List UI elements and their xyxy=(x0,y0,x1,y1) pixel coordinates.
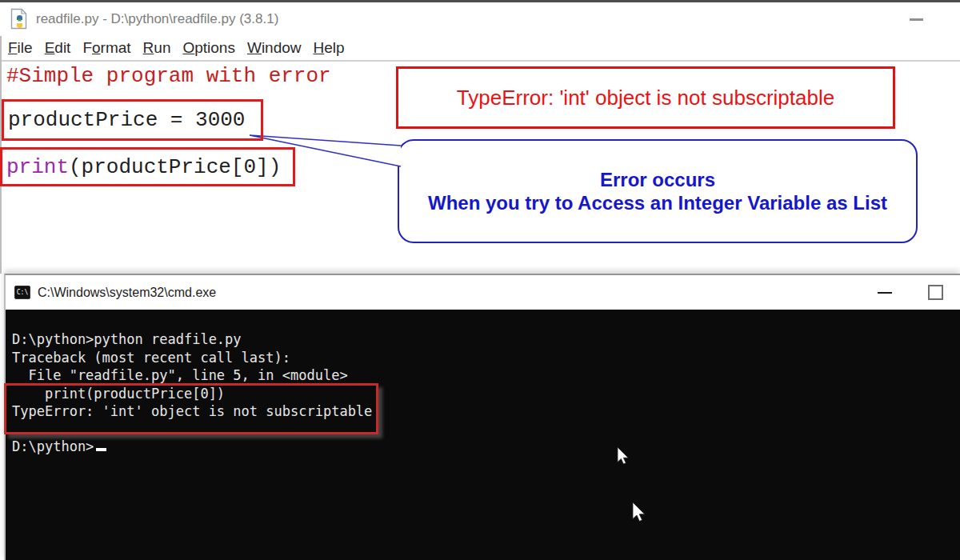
code-highlight-box-assignment: productPrice = 3000 xyxy=(2,99,263,141)
menu-file[interactable]: File xyxy=(8,39,33,57)
terminal-line: Traceback (most recent call last): xyxy=(12,349,372,367)
menu-run[interactable]: Run xyxy=(143,39,171,57)
code-comment-line[interactable]: #Simple program with error xyxy=(6,64,331,88)
code-assignment-line[interactable]: productPrice = 3000 xyxy=(8,108,245,132)
error-annotation-box: TypeError: 'int' object is not subscript… xyxy=(396,66,895,129)
menu-format[interactable]: Format xyxy=(82,39,130,57)
menu-edit[interactable]: Edit xyxy=(45,39,71,57)
terminal-cursor xyxy=(96,448,106,451)
menu-options[interactable]: Options xyxy=(182,39,234,57)
terminal-output-area[interactable]: D:\python>python readfile.py Traceback (… xyxy=(6,310,960,560)
cmd-icon: C:\ xyxy=(14,286,30,299)
code-print-line[interactable]: print(productPrice[0]) xyxy=(6,155,281,179)
idle-titlebar[interactable]: readfile.py - D:\python\readfile.py (3.8… xyxy=(0,2,960,36)
terminal-line: File "readfile.py", line 5, in <module> xyxy=(12,366,372,385)
terminal-prompt-line: D:\python> xyxy=(12,438,106,456)
error-annotation-text: TypeError: 'int' object is not subscript… xyxy=(457,86,834,110)
cmd-titlebar[interactable]: C:\ C:\Windows\system32\cmd.exe xyxy=(6,275,960,310)
print-arguments: (productPrice[0]) xyxy=(69,155,281,179)
callout-line1: Error occurs xyxy=(600,168,715,191)
explanation-callout: Error occurs When you try to Access an I… xyxy=(398,139,918,243)
cmd-minimize-button[interactable] xyxy=(878,292,892,294)
terminal-error-highlight-box xyxy=(4,383,378,434)
terminal-line: D:\python>python readfile.py xyxy=(12,330,372,349)
cmd-maximize-button[interactable] xyxy=(928,285,943,300)
print-keyword: print xyxy=(6,155,69,179)
python-file-icon xyxy=(10,8,29,31)
menu-window[interactable]: Window xyxy=(247,39,302,57)
code-highlight-box-print: print(productPrice[0]) xyxy=(0,147,295,186)
idle-menubar: File Edit Format Run Options Window Help xyxy=(0,36,960,62)
cmd-window: C:\ C:\Windows\system32\cmd.exe D:\pytho… xyxy=(4,274,960,560)
idle-minimize-button[interactable] xyxy=(910,18,923,21)
menu-help[interactable]: Help xyxy=(314,39,345,57)
callout-line2: When you try to Access an Integer Variab… xyxy=(428,191,887,214)
screenshot-stage: readfile.py - D:\python\readfile.py (3.8… xyxy=(0,0,960,560)
idle-window-title: readfile.py - D:\python\readfile.py (3.8… xyxy=(36,11,278,27)
terminal-prompt: D:\python> xyxy=(12,438,94,454)
cmd-window-title: C:\Windows\system32\cmd.exe xyxy=(38,286,216,300)
